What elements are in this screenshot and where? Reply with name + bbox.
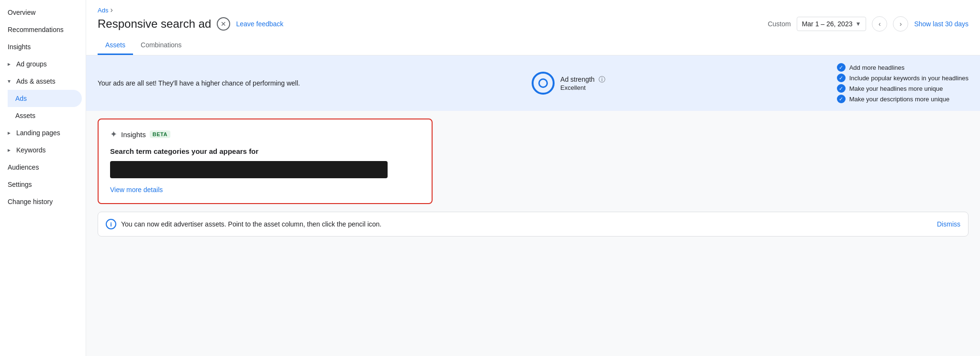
sidebar-item-ads-assets[interactable]: ▾ Ads & assets — [0, 73, 82, 90]
sidebar-item-insights[interactable]: Insights — [0, 38, 82, 55]
tab-bar: Assets Combinations — [98, 37, 969, 55]
sidebar-item-ad-groups[interactable]: ▸ Ad groups — [0, 55, 82, 73]
expand-icon: ▸ — [8, 129, 11, 136]
beta-badge: BETA — [150, 130, 170, 138]
sidebar-item-assets[interactable]: Assets — [8, 107, 82, 124]
info-banner-left: i You can now edit advertiser assets. Po… — [106, 219, 381, 229]
sidebar-item-label: Insights — [8, 43, 31, 51]
ad-strength-rating: Excellent — [560, 84, 605, 91]
chevron-down-icon: ▼ — [855, 21, 861, 27]
content-area: Your ads are all set! They'll have a hig… — [86, 55, 980, 356]
info-icon: i — [106, 219, 116, 229]
info-banner: i You can now edit advertiser assets. Po… — [98, 212, 969, 237]
sidebar-item-landing-pages[interactable]: ▸ Landing pages — [0, 124, 82, 141]
view-more-details-link[interactable]: View more details — [110, 186, 163, 194]
sidebar-item-label: Overview — [8, 9, 35, 16]
date-range-picker[interactable]: Mar 1 – 26, 2023 ▼ — [797, 17, 867, 31]
expand-icon: ▸ — [8, 61, 11, 67]
sidebar-item-label: Settings — [8, 181, 32, 188]
ad-strength-circle — [532, 72, 555, 95]
expand-icon: ▾ — [8, 78, 11, 85]
breadcrumb-ads-link[interactable]: Ads — [98, 7, 108, 14]
expand-icon: ▸ — [8, 147, 11, 153]
main-content: Ads › Responsive search ad ✕ Leave feedb… — [86, 0, 980, 356]
breadcrumb: Ads › — [98, 6, 969, 14]
sidebar-item-label: Keywords — [16, 146, 45, 154]
ad-strength-message: Your ads are all set! They'll have a hig… — [98, 79, 300, 87]
suggestion-item-4: ✓ Make your descriptions more unique — [837, 95, 969, 103]
info-icon-small: ⓘ — [599, 76, 605, 83]
check-icon-3: ✓ — [837, 84, 846, 93]
insights-section: ✦ Insights BETA Search term categories y… — [86, 111, 980, 212]
suggestion-item-1: ✓ Add more headlines — [837, 63, 969, 72]
insights-card-header: ✦ Insights BETA — [110, 129, 420, 140]
show-last-30-button[interactable]: Show last 30 days — [914, 20, 969, 28]
header-right: Custom Mar 1 – 26, 2023 ▼ ‹ › Show last … — [768, 16, 969, 32]
sidebar-item-label: Assets — [15, 112, 35, 119]
page-header: Ads › Responsive search ad ✕ Leave feedb… — [86, 0, 980, 55]
close-button[interactable]: ✕ — [217, 17, 230, 31]
next-date-button[interactable]: › — [893, 16, 908, 32]
sidebar: Overview Recommendations Insights ▸ Ad g… — [0, 0, 86, 356]
sidebar-item-keywords[interactable]: ▸ Keywords — [0, 141, 82, 159]
search-term-title: Search term categories your ad appears f… — [110, 147, 420, 155]
prev-date-button[interactable]: ‹ — [872, 16, 887, 32]
sidebar-item-label: Recommendations — [8, 26, 64, 33]
ad-strength-title: Ad strength ⓘ — [560, 76, 605, 84]
check-icon-4: ✓ — [837, 95, 846, 103]
ad-strength-center: Ad strength ⓘ Excellent — [532, 72, 605, 95]
ad-strength-suggestions: ✓ Add more headlines ✓ Include popular k… — [837, 63, 969, 103]
sidebar-item-label: Landing pages — [16, 129, 60, 137]
sidebar-item-recommendations[interactable]: Recommendations — [0, 21, 82, 38]
ads-assets-submenu: Ads Assets — [0, 90, 86, 124]
sidebar-item-overview[interactable]: Overview — [0, 4, 82, 21]
insights-card: ✦ Insights BETA Search term categories y… — [98, 119, 433, 204]
sidebar-item-change-history[interactable]: Change history — [0, 193, 82, 210]
blurred-data-bar — [110, 161, 388, 178]
suggestion-item-3: ✓ Make your headlines more unique — [837, 84, 969, 93]
custom-label: Custom — [768, 20, 791, 28]
page-title-left: Responsive search ad ✕ Leave feedback — [98, 17, 283, 31]
breadcrumb-separator: › — [110, 6, 112, 14]
feedback-link[interactable]: Leave feedback — [236, 20, 283, 28]
dismiss-button[interactable]: Dismiss — [937, 220, 960, 228]
sidebar-item-label: Ads — [15, 95, 27, 102]
insights-card-title: Insights — [121, 130, 146, 139]
sidebar-item-label: Ads & assets — [16, 77, 56, 85]
date-range-value: Mar 1 – 26, 2023 — [802, 20, 853, 28]
suggestion-item-2: ✓ Include popular keywords in your headl… — [837, 74, 969, 82]
sidebar-item-label: Ad groups — [16, 60, 47, 68]
sidebar-item-settings[interactable]: Settings — [0, 176, 82, 193]
tab-assets[interactable]: Assets — [98, 37, 133, 55]
sidebar-item-ads[interactable]: Ads — [8, 90, 82, 107]
page-title: Responsive search ad — [98, 17, 211, 31]
sidebar-item-audiences[interactable]: Audiences — [0, 159, 82, 176]
sparkle-icon: ✦ — [110, 129, 117, 140]
check-icon-2: ✓ — [837, 74, 846, 82]
circle-inner — [538, 78, 548, 88]
check-icon-1: ✓ — [837, 63, 846, 72]
tab-combinations[interactable]: Combinations — [133, 37, 189, 55]
info-banner-message: You can now edit advertiser assets. Poin… — [121, 220, 381, 228]
ad-strength-banner: Your ads are all set! They'll have a hig… — [86, 55, 980, 111]
sidebar-item-label: Audiences — [8, 163, 39, 171]
page-title-row: Responsive search ad ✕ Leave feedback Cu… — [98, 16, 969, 32]
ad-strength-text: Ad strength ⓘ Excellent — [560, 76, 605, 91]
sidebar-item-label: Change history — [8, 198, 53, 205]
